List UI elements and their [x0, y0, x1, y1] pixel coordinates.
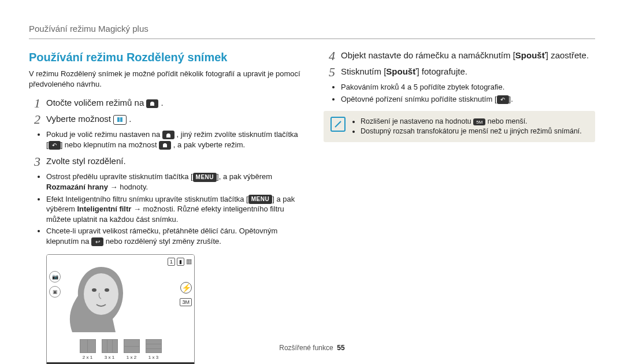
svg-point-2 [84, 273, 118, 315]
breadcrumb: Používání režimu Magický plus [29, 23, 595, 35]
menu-icon: MENU [193, 173, 217, 182]
mode-dial-icon [146, 99, 158, 108]
menu-icon: MENU [248, 195, 272, 204]
undo-icon: ↩ [91, 237, 103, 246]
intro-text: V režimu Rozdělený snímek je možné poříd… [29, 69, 300, 89]
split-mode-icon [113, 115, 127, 125]
step-2-note: Pokud je volič režimu nastaven na , jiný… [46, 129, 300, 150]
step-3-text: Zvolte styl rozdělení. [46, 155, 300, 168]
resolution-icon: 5M [473, 118, 485, 125]
divider [29, 38, 595, 39]
step-2-text: Vyberte možnost . [46, 113, 300, 126]
step-number-1: 1 [29, 97, 40, 110]
section-heading: Používání režimu Rozdělený snímek [29, 50, 300, 65]
right-column: 4 Objekt nastavte do rámečku a namáčknut… [324, 50, 595, 364]
face-illustration [61, 258, 136, 333]
page-footer: Rozšířené funkce 55 [0, 343, 624, 352]
mode-icon: ▣ [49, 286, 61, 298]
memory-icon: ▮ [177, 258, 184, 266]
info-callout: Rozlišení je nastaveno na hodnotu 5M neb… [324, 111, 595, 142]
step-4-text: Objekt nastavte do rámečku a namáčknutím… [341, 50, 595, 62]
shot-count: 1 [168, 258, 175, 266]
step-number-5: 5 [324, 66, 335, 79]
battery-icon: ▥ [186, 257, 192, 266]
step-5-note-b: Opětovné pořízení snímku pořídíte stiskn… [341, 94, 595, 105]
step-3-note-c: Chcete-li upravit velikost rámečku, přet… [46, 226, 300, 246]
callout-line-1: Rozlišení je nastaveno na hodnotu 5M neb… [361, 117, 582, 127]
back-icon: ↶ [497, 95, 509, 104]
step-number-4: 4 [324, 50, 335, 62]
mode-dial-icon [159, 141, 171, 150]
step-1-text: Otočte voličem režimů na . [46, 97, 300, 110]
step-number-2: 2 [29, 113, 40, 126]
svg-point-4 [105, 288, 109, 292]
callout-line-2: Dostupný rozsah transfokátoru je menší n… [361, 127, 582, 136]
step-5-note-a: Pakováním kroků 4 a 5 pořídíte zbytek fo… [341, 82, 595, 92]
step-3-note-b: Efekt Inteligentního filtru snímku uprav… [46, 194, 300, 225]
flash-icon: ⚡ [180, 282, 192, 294]
back-icon: ↶ [49, 141, 61, 150]
resolution-badge: 3M [180, 298, 192, 306]
svg-rect-1 [120, 117, 122, 122]
svg-rect-0 [117, 117, 120, 122]
left-column: Používání režimu Rozdělený snímek V reži… [29, 50, 300, 364]
camera-icon: 📷 [49, 271, 61, 283]
mode-dial-icon [162, 131, 174, 139]
info-icon [330, 117, 346, 132]
step-3-note-a: Ostrost předělu upravíte stisknutím tlač… [46, 172, 300, 192]
step-number-3: 3 [29, 155, 40, 168]
svg-point-3 [92, 288, 96, 292]
step-5-text: Stisknutím [Spoušť] fotografujte. [341, 66, 595, 79]
